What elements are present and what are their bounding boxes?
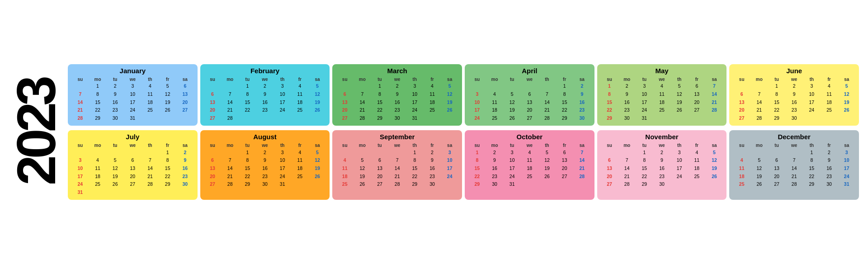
day-cell: 12 (159, 90, 176, 98)
day-cell: 28 (750, 114, 768, 122)
day-header: sa (706, 76, 723, 82)
day-cell: 17 (468, 106, 486, 114)
day-cell: 18 (688, 165, 706, 173)
day-cell: 23 (388, 106, 406, 114)
day-cell: 5 (538, 148, 556, 156)
day-header: th (406, 76, 424, 82)
day-header: we (521, 142, 538, 148)
day-cell: 9 (106, 90, 124, 98)
day-cell: 12 (670, 90, 688, 98)
day-cell: 7 (785, 156, 803, 165)
day-cell: 1 (468, 148, 486, 156)
day-cell: 22 (406, 172, 424, 180)
day-cell: 25 (291, 106, 309, 114)
day-cell: 8 (768, 90, 786, 98)
day-cell: 7 (706, 82, 723, 90)
day-cell: 10 (468, 98, 486, 106)
day-cell: 30 (821, 180, 838, 189)
day-cell: 24 (503, 172, 521, 180)
day-cell: 24 (468, 114, 486, 122)
day-cell: 29 (159, 180, 176, 189)
day-grid: sumotuwethfrsa12345678910111213141516171… (71, 76, 194, 122)
empty-cell (618, 148, 636, 156)
day-header: we (256, 142, 274, 148)
day-cell: 11 (336, 165, 354, 173)
day-cell: 18 (733, 172, 750, 180)
day-grid: sumotuwethfrsa12345678910111213141516171… (733, 76, 855, 122)
day-cell: 14 (785, 165, 803, 173)
day-header: sa (309, 142, 326, 148)
day-cell: 12 (441, 90, 458, 98)
day-cell: 29 (406, 180, 424, 189)
day-cell: 4 (424, 82, 441, 90)
day-header: su (733, 142, 750, 148)
day-cell: 2 (785, 82, 803, 90)
day-cell: 16 (618, 98, 636, 106)
day-cell: 5 (309, 148, 326, 156)
day-header: we (653, 142, 671, 148)
empty-cell (336, 148, 354, 156)
day-cell: 21 (388, 172, 406, 180)
day-cell: 1 (239, 82, 256, 90)
day-cell: 27 (176, 106, 194, 114)
day-cell: 30 (785, 114, 803, 122)
empty-cell (354, 82, 371, 90)
day-cell: 8 (803, 156, 821, 165)
day-cell: 29 (768, 114, 786, 122)
day-header: sa (838, 142, 855, 148)
day-cell: 16 (256, 165, 274, 173)
day-cell: 17 (636, 98, 653, 106)
day-cell: 1 (556, 82, 573, 90)
day-header: tu (239, 142, 256, 148)
day-cell: 22 (468, 172, 486, 180)
day-cell: 3 (636, 82, 653, 90)
day-grid: sumotuwethfrsa12345678910111213141516171… (601, 76, 723, 122)
day-cell: 19 (503, 106, 521, 114)
day-cell: 2 (256, 82, 274, 90)
day-cell: 1 (636, 148, 653, 156)
day-cell: 22 (768, 106, 786, 114)
day-header: su (468, 76, 486, 82)
day-cell: 27 (601, 180, 618, 189)
day-cell: 18 (89, 172, 107, 180)
day-cell: 16 (573, 98, 591, 106)
day-cell: 10 (441, 156, 458, 165)
day-header: we (653, 76, 671, 82)
day-cell: 5 (309, 82, 326, 90)
day-cell: 17 (406, 98, 424, 106)
day-cell: 24 (803, 106, 821, 114)
day-cell: 23 (256, 106, 274, 114)
day-header: sa (441, 142, 458, 148)
day-cell: 18 (486, 106, 504, 114)
day-cell: 12 (354, 165, 371, 173)
day-cell: 28 (618, 180, 636, 189)
day-cell: 20 (204, 106, 222, 114)
day-cell: 29 (239, 180, 256, 189)
day-header: th (803, 142, 821, 148)
day-cell: 2 (176, 148, 194, 156)
day-cell: 24 (124, 106, 142, 114)
day-cell: 4 (142, 82, 159, 90)
day-cell: 25 (821, 106, 838, 114)
day-cell: 3 (468, 90, 486, 98)
day-header: we (521, 76, 538, 82)
day-cell: 26 (503, 114, 521, 122)
day-cell: 6 (556, 148, 573, 156)
month-name: November (601, 133, 723, 141)
day-cell: 26 (670, 106, 688, 114)
day-cell: 15 (601, 98, 618, 106)
day-grid: sumotuwethfrsa12345678910111213141516171… (733, 142, 855, 188)
day-cell: 14 (618, 165, 636, 173)
day-cell: 11 (821, 90, 838, 98)
day-cell: 17 (838, 165, 855, 173)
day-cell: 30 (573, 114, 591, 122)
day-cell: 20 (176, 98, 194, 106)
day-header: tu (503, 76, 521, 82)
day-header: su (71, 142, 89, 148)
day-cell: 10 (503, 156, 521, 165)
day-header: tu (636, 76, 653, 82)
day-cell: 11 (291, 90, 309, 98)
day-cell: 26 (309, 106, 326, 114)
day-cell: 21 (538, 106, 556, 114)
month-june: Junesumotuwethfrsa1234567891011121314151… (729, 64, 859, 126)
